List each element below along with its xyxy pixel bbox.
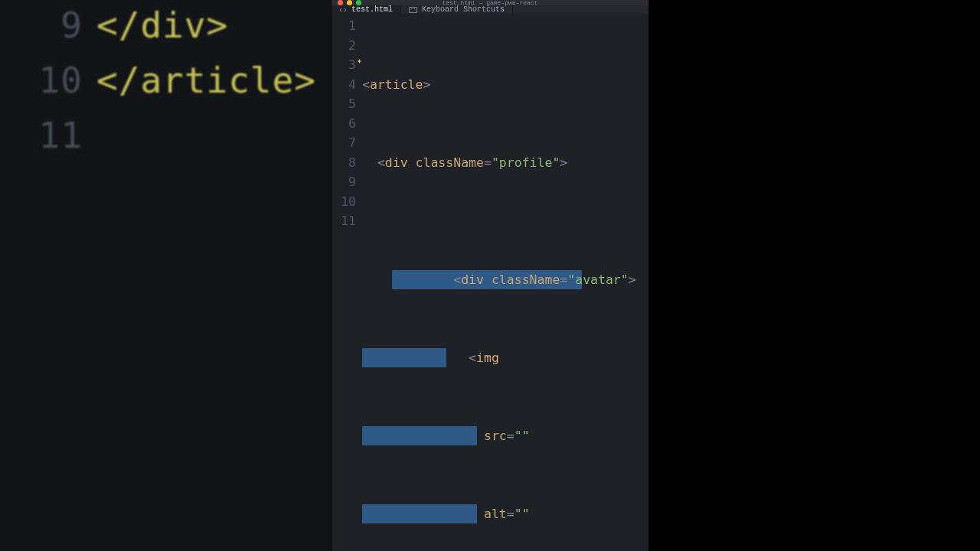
tab-test-html[interactable]: test.html [332, 5, 401, 14]
code-line[interactable]: alt="" [362, 465, 648, 485]
background-right [649, 0, 980, 551]
code-line[interactable]: <div className="profile"> [362, 153, 648, 173]
code-editor[interactable]: ✦ 1 2 3 4 5 6 7 8 9 10 11 <article> <div… [332, 14, 648, 551]
editor-window: test.html — game-pwa-react test.html Key… [331, 0, 649, 551]
code-line[interactable]: <img [362, 309, 648, 329]
keyboard-icon [409, 7, 417, 13]
line-number-gutter: 1 2 3 4 5 6 7 8 9 10 11 [332, 16, 362, 551]
maximize-icon[interactable] [356, 0, 361, 5]
tab-label: Keyboard Shortcuts [422, 5, 505, 14]
close-icon[interactable] [338, 0, 343, 5]
tab-label: test.html [351, 5, 393, 14]
code-line[interactable]: src="" [362, 387, 648, 407]
code-content[interactable]: <article> <div className="profile"> <div… [362, 16, 648, 551]
window-titlebar[interactable]: test.html — game-pwa-react [332, 0, 648, 5]
tab-bar: test.html Keyboard Shortcuts [332, 5, 648, 14]
background-editor-ghost: 9</div> 10</article> 11 [0, 0, 331, 551]
code-line[interactable]: <div className="avatar"> [362, 231, 648, 251]
bg-line: 9</div> [21, 5, 228, 46]
window-title: test.html — game-pwa-react [332, 0, 648, 6]
tab-keyboard-shortcuts[interactable]: Keyboard Shortcuts [401, 5, 513, 14]
traffic-lights [338, 0, 361, 5]
html-file-icon [339, 6, 347, 14]
code-line[interactable]: <article> [362, 75, 648, 95]
code-line[interactable]: /> [362, 543, 648, 552]
minimize-icon[interactable] [347, 0, 352, 5]
bg-line: 11 [21, 115, 96, 156]
bg-line: 10</article> [21, 60, 316, 101]
